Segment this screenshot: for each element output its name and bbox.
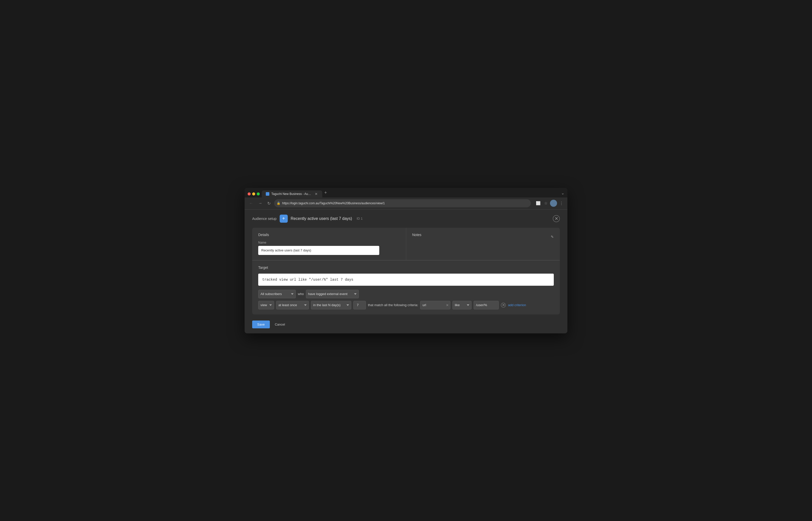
cast-icon[interactable]: ⬜ [535,200,542,206]
new-tab-button[interactable]: + [322,189,329,198]
reload-button[interactable]: ↻ [266,200,272,207]
n-input[interactable] [353,301,366,310]
target-section: Target tracked view url like "/user/%" l… [252,260,560,315]
details-title: Details [258,233,400,237]
page-content: Audience setup + Recently active users (… [245,209,567,333]
tab-close-button[interactable]: ✕ [314,192,318,196]
address-container: 🔒 [274,199,531,207]
actions-row: Save Cancel [252,320,560,329]
maximize-dot[interactable] [257,192,260,196]
forward-button[interactable]: → [257,200,264,206]
header-icon: + [280,214,288,223]
name-input[interactable] [258,246,379,255]
address-input[interactable] [274,199,531,207]
tab-chevron-icon[interactable]: ⌄ [560,190,565,197]
details-notes-row: Details Name Notes ✎ [252,228,560,260]
traffic-lights [247,192,262,198]
add-criterion-link[interactable]: add criterion [508,303,526,307]
header-left: Audience setup + Recently active users (… [252,214,363,223]
subscriber-select[interactable]: All subscribers Active subscribers Inact… [258,290,296,298]
tab-spacer: ⌄ [329,190,565,198]
details-section: Details Name [252,228,406,260]
criteria-row-2: view click open at least once more than … [258,301,554,310]
close-button[interactable]: ✕ [553,215,560,222]
criteria-operator-select[interactable]: like not like = != [452,301,472,310]
page-header: Audience setup + Recently active users (… [252,214,560,223]
lock-icon: 🔒 [277,202,280,205]
header-icon-symbol: + [282,216,285,221]
menu-icon[interactable]: ⋮ [559,200,564,206]
minimize-dot[interactable] [252,192,255,196]
tab-title: Taguchi New Business - Aud... [271,192,312,196]
address-actions: ⬜ ☆ ⋮ [535,200,564,207]
close-dot[interactable] [248,192,251,196]
event-type-select[interactable]: view click open [258,301,274,310]
notes-title: Notes [412,233,422,237]
criteria-value-input[interactable] [474,301,499,310]
tab-bar: Taguchi New Business - Aud... ✕ + ⌄ [245,188,567,198]
form-area: Details Name Notes ✎ Target [252,228,560,315]
tab-favicon [266,192,269,196]
criteria-field-container: ✕ [420,301,450,310]
who-label: who [298,292,304,296]
timeframe-select[interactable]: in the last N day(s) ever in the last N … [311,301,351,310]
frequency-select[interactable]: at least once more than once exactly onc… [276,301,309,310]
remove-criterion-button[interactable]: ✕ [501,302,506,308]
target-title: Target [258,266,554,270]
notes-section: Notes ✎ [406,228,560,260]
browser-window: Taguchi New Business - Aud... ✕ + ⌄ ← → … [245,188,567,333]
notes-header: Notes ✎ [412,233,554,241]
query-text: tracked view url like "/user/%" last 7 d… [262,278,353,282]
query-display: tracked view url like "/user/%" last 7 d… [258,274,554,286]
save-button[interactable]: Save [252,320,270,329]
cancel-button[interactable]: Cancel [273,320,287,329]
section-label: Audience setup [252,217,277,221]
back-button[interactable]: ← [248,200,255,206]
bookmark-icon[interactable]: ☆ [543,200,548,206]
page-id: ID 1 [357,217,363,220]
page-title: Recently active users (last 7 days) [291,217,352,221]
criteria-row-1: All subscribers Active subscribers Inact… [258,290,554,298]
name-label: Name [258,241,400,244]
criteria-field-clear-icon[interactable]: ✕ [446,303,449,307]
active-tab[interactable]: Taguchi New Business - Aud... ✕ [262,190,322,198]
profile-avatar[interactable] [550,200,557,207]
edit-icon[interactable]: ✎ [551,235,554,239]
event-select[interactable]: have logged external event have not logg… [306,290,359,298]
criteria-label: that match all the following criteria: [368,303,418,307]
address-bar: ← → ↻ 🔒 ⬜ ☆ ⋮ [245,198,567,209]
